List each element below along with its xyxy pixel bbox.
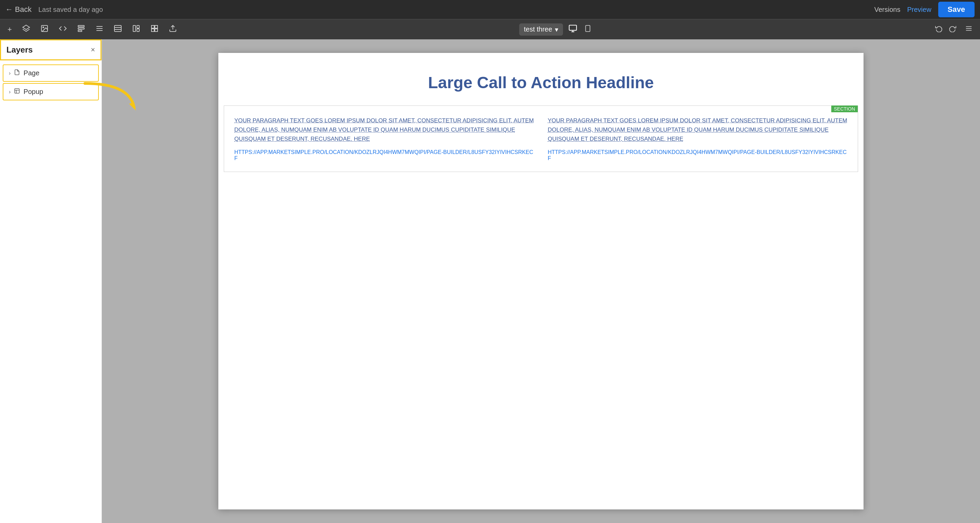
export-icon[interactable]	[167, 22, 179, 36]
more-options-icon[interactable]	[963, 23, 975, 36]
code-icon[interactable]	[57, 22, 69, 36]
layers-content: › Page › Popup	[0, 60, 102, 105]
layer-popup-label: Popup	[24, 88, 43, 96]
col1-text: YOUR PARAGRAPH TEXT GOES LOREM IPSUM DOL…	[234, 116, 534, 144]
canvas-headline: Large Call to Action Headline	[218, 53, 864, 106]
save-button[interactable]: Save	[938, 2, 975, 17]
chevron-down-icon: ▾	[555, 25, 558, 33]
svg-rect-3	[78, 25, 84, 27]
layer-item-page[interactable]: › Page	[3, 65, 99, 82]
canvas-col-2: YOUR PARAGRAPH TEXT GOES LOREM IPSUM DOL…	[548, 116, 848, 162]
undo-icon[interactable]	[933, 23, 945, 36]
canvas-section[interactable]: SECTION YOUR PARAGRAPH TEXT GOES LOREM I…	[224, 106, 858, 172]
svg-rect-28	[15, 89, 20, 93]
media-icon[interactable]	[38, 22, 51, 36]
layers-icon[interactable]	[20, 22, 32, 36]
main-area: Layers × › Page › Popup	[0, 40, 980, 523]
layer-page-label: Page	[24, 69, 40, 77]
svg-rect-13	[137, 25, 139, 28]
nav-icon[interactable]	[93, 22, 106, 36]
back-label: Back	[15, 5, 32, 14]
svg-rect-5	[78, 30, 82, 32]
chevron-right-icon: ›	[9, 70, 11, 76]
layer-item-popup[interactable]: › Popup	[3, 83, 99, 100]
section-label: SECTION	[831, 106, 858, 112]
add-element-icon[interactable]: +	[5, 23, 14, 36]
svg-rect-17	[151, 29, 154, 32]
svg-rect-14	[137, 29, 139, 32]
layers-close-button[interactable]: ×	[91, 46, 95, 54]
undo-redo-group	[933, 23, 958, 36]
chevron-right-icon-popup: ›	[9, 89, 11, 95]
top-bar-right: Versions Preview Save	[874, 2, 975, 17]
section-icon[interactable]	[112, 22, 124, 36]
col2-link[interactable]: HTTPS://APP.MARKETSIMPLE.PRO/LOCATION/KD…	[548, 149, 848, 162]
last-saved-text: Last saved a day ago	[38, 6, 103, 14]
mobile-view-icon[interactable]	[583, 23, 593, 36]
layers-title: Layers	[6, 45, 33, 55]
back-button[interactable]: ← Back	[5, 5, 32, 14]
page-name-text: test three	[524, 25, 552, 33]
col2-text: YOUR PARAGRAPH TEXT GOES LOREM IPSUM DOL…	[548, 116, 848, 144]
popup-layer-icon	[14, 88, 20, 96]
svg-rect-20	[569, 25, 577, 30]
svg-rect-16	[155, 25, 158, 28]
toolbar-center: test three ▾	[519, 23, 593, 36]
grid-icon[interactable]	[148, 22, 161, 36]
svg-rect-15	[151, 25, 154, 28]
col1-link[interactable]: HTTPS://APP.MARKETSIMPLE.PRO/LOCATION/KD…	[234, 149, 534, 162]
page-layer-icon	[14, 69, 20, 77]
top-bar-left: ← Back Last saved a day ago	[5, 5, 103, 14]
preview-button[interactable]: Preview	[907, 6, 931, 14]
page-canvas: Large Call to Action Headline SECTION YO…	[218, 53, 864, 509]
toolbar-right	[933, 23, 975, 36]
layers-header: Layers ×	[0, 40, 102, 60]
toolbar: + test three ▾	[0, 19, 980, 40]
toolbar-left: +	[5, 22, 179, 36]
form-icon[interactable]	[75, 22, 87, 36]
svg-rect-18	[155, 29, 158, 32]
svg-rect-12	[133, 25, 135, 32]
canvas-columns: YOUR PARAGRAPH TEXT GOES LOREM IPSUM DOL…	[234, 116, 848, 162]
svg-point-2	[43, 27, 44, 28]
versions-button[interactable]: Versions	[874, 6, 900, 14]
svg-rect-9	[115, 25, 121, 32]
svg-rect-4	[78, 28, 84, 29]
redo-icon[interactable]	[947, 23, 958, 36]
canvas-col-1: YOUR PARAGRAPH TEXT GOES LOREM IPSUM DOL…	[234, 116, 534, 162]
layers-panel: Layers × › Page › Popup	[0, 40, 102, 523]
page-name-selector[interactable]: test three ▾	[519, 24, 563, 36]
layout-icon[interactable]	[130, 22, 142, 36]
svg-marker-0	[23, 25, 30, 30]
top-bar: ← Back Last saved a day ago Versions Pre…	[0, 0, 980, 19]
desktop-view-icon[interactable]	[567, 23, 579, 36]
canvas-area[interactable]: Large Call to Action Headline SECTION YO…	[102, 40, 980, 523]
back-arrow-icon: ←	[5, 5, 13, 14]
